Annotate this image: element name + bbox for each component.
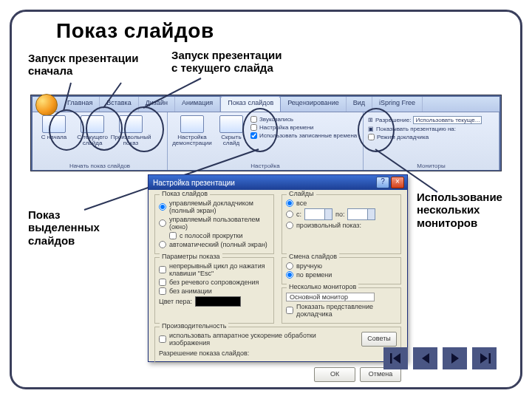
btn-custom-show[interactable]: Произвольный показ — [114, 114, 148, 147]
annotation-selected: Показ выделенных слайдов — [28, 208, 100, 247]
svg-marker-8 — [451, 353, 459, 364]
btn-from-beginning[interactable]: С начала — [37, 114, 71, 140]
monitors-show-on[interactable]: ▣Показывать презентацию на: — [368, 126, 494, 132]
radio-kiosk[interactable]: автоматический (полный экран) — [159, 241, 270, 248]
chk-hw-accel[interactable]: использовать аппаратное ускорение обрабо… — [159, 332, 357, 347]
group-monitors: ⊞Разрешение:Использовать текуще... ▣Пока… — [364, 112, 499, 170]
group-slides: Слайды все с: по: произвольный показ: — [282, 194, 401, 254]
group-setup: Настройка демонстрации Скрыть слайд Звук… — [168, 112, 364, 170]
dropdown-monitor[interactable]: Основной монитор — [286, 293, 375, 301]
radio-custom[interactable]: произвольный показ: — [286, 222, 397, 229]
last-icon — [477, 351, 492, 366]
pen-color[interactable]: Цвет пера: — [159, 296, 270, 307]
screen-icon — [42, 115, 66, 133]
group-multiple-monitors: Несколько мониторов Основной монитор Пок… — [282, 287, 401, 324]
tab-insert[interactable]: Вставка — [100, 97, 138, 112]
nav-prev[interactable] — [413, 347, 437, 369]
close-button[interactable]: × — [391, 177, 404, 188]
nav-last[interactable] — [472, 347, 497, 369]
group-performance: Производительность использовать аппаратн… — [154, 327, 401, 363]
prev-icon — [418, 351, 433, 366]
chk-no-animation[interactable]: без анимации — [159, 287, 270, 295]
tab-review[interactable]: Рецензирование — [281, 97, 347, 112]
ribbon-tabs: Главная Вставка Дизайн Анимация Показ сл… — [33, 97, 499, 112]
btn-cancel[interactable]: Отмена — [360, 367, 401, 382]
group-label-start: Начать показ слайдов — [37, 163, 163, 170]
tab-view[interactable]: Вид — [347, 97, 372, 112]
screen-icon — [180, 115, 204, 133]
screen-icon — [81, 115, 104, 133]
dialog-titlebar: Настройка презентации ? × — [149, 175, 407, 190]
slide-frame: Показ слайдов Запуск презентации сначала… — [10, 10, 522, 389]
chk-loop[interactable]: непрерывный цикл до нажатия клавиши "Esc… — [159, 262, 270, 277]
first-icon — [389, 351, 403, 366]
radio-speaker[interactable]: управляемый докладчиком (полный экран) — [159, 200, 270, 214]
btn-tips[interactable]: Советы — [361, 332, 397, 347]
btn-set-up-show[interactable]: Настройка демонстрации — [172, 114, 212, 147]
spin-to[interactable] — [347, 208, 375, 220]
tab-slideshow[interactable]: Показ слайдов — [220, 96, 281, 112]
radio-manual[interactable]: вручную — [286, 262, 397, 270]
nav-first[interactable] — [383, 347, 408, 369]
next-icon — [448, 351, 463, 366]
chk-presenter-view[interactable]: Режим докладчика — [368, 134, 494, 140]
annotation-monitors: Использование нескольких мониторов — [417, 191, 502, 229]
group-label-monitors: Мониторы — [368, 163, 494, 170]
annotation-from-start: Запуск презентации сначала — [28, 52, 138, 78]
group-advance: Смена слайдов вручную по времени — [282, 257, 401, 284]
screen-icon — [219, 115, 243, 133]
tab-ispring[interactable]: iSpring Free — [372, 97, 423, 112]
group-start-show: С начала С текущего слайда Произвольный … — [33, 112, 168, 170]
chk-rehearse-timings[interactable]: Настройка времени — [250, 124, 357, 131]
dialog-title-text: Настройка презентации — [153, 179, 235, 187]
dialog-set-up-show: Настройка презентации ? × Показ слайдов … — [148, 174, 408, 362]
annotation-from-current: Запуск презентации с текущего слайда — [171, 49, 282, 75]
ribbon: Главная Вставка Дизайн Анимация Показ сл… — [31, 95, 501, 171]
svg-rect-10 — [488, 353, 491, 364]
btn-ok[interactable]: ОК — [314, 367, 355, 382]
radio-range[interactable]: с: по: — [286, 208, 397, 220]
tab-design[interactable]: Дизайн — [139, 97, 175, 112]
nav-next[interactable] — [443, 347, 467, 369]
group-label-setup: Настройка — [172, 163, 358, 170]
svg-marker-6 — [393, 353, 400, 364]
chk-no-narration[interactable]: без речевого сопровождения — [159, 279, 270, 286]
radio-timings[interactable]: по времени — [286, 271, 397, 279]
chk-presenter[interactable]: Показать представление докладчика — [286, 303, 397, 318]
tab-home[interactable]: Главная — [61, 97, 100, 112]
group-show-type: Показ слайдов управляемый докладчиком (п… — [154, 194, 274, 254]
radio-individual[interactable]: управляемый пользователем (окно) — [159, 216, 270, 231]
svg-marker-7 — [422, 353, 429, 364]
tab-animation[interactable]: Анимация — [175, 97, 220, 112]
svg-marker-9 — [480, 353, 488, 364]
group-show-options: Параметры показа непрерывный цикл до наж… — [154, 257, 274, 324]
chk-record-narration[interactable]: Звукозапись — [250, 116, 357, 123]
screen-icon — [119, 115, 143, 133]
svg-rect-5 — [390, 353, 392, 364]
chk-scrollbar[interactable]: с полосой прокрутки — [169, 232, 270, 239]
radio-all[interactable]: все — [286, 200, 397, 207]
nav-buttons — [383, 347, 497, 369]
btn-hide-slide[interactable]: Скрыть слайд — [216, 114, 246, 147]
help-button[interactable]: ? — [376, 177, 389, 188]
slide-title: Показ слайдов — [56, 19, 214, 43]
btn-from-current[interactable]: С текущего слайда — [75, 114, 109, 147]
monitors-resolution[interactable]: ⊞Разрешение:Использовать текуще... — [368, 116, 494, 124]
spin-from[interactable] — [304, 208, 332, 220]
chk-use-timings[interactable]: Использовать записанные времена — [250, 132, 357, 139]
